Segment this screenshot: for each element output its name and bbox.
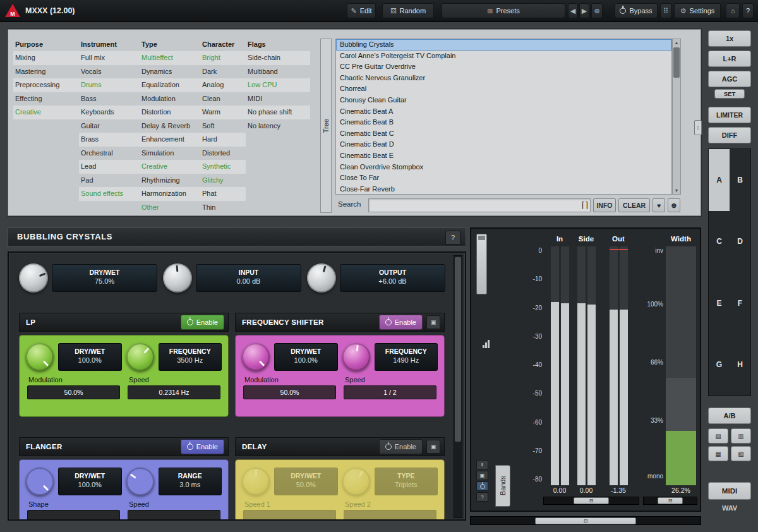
tag-item[interactable]: Analog (200, 78, 246, 92)
ab-compare-button[interactable]: A/B (708, 408, 751, 424)
pause-button[interactable]: ‖ (476, 460, 488, 469)
preset-item[interactable]: Bubbling Crystals (336, 39, 671, 51)
preset-slot-f[interactable]: F (730, 272, 750, 334)
enable-button[interactable]: Enable (379, 315, 423, 330)
input-gain-knob[interactable] (163, 263, 192, 293)
next-preset-button[interactable]: ▶ (579, 3, 589, 18)
output-gain-display[interactable]: OUTPUT+6.00 dB (340, 264, 445, 292)
meter-panel-scrollbar[interactable]: ⊟ (470, 516, 701, 525)
meter-range-slider[interactable] (476, 234, 487, 294)
module-menu-button[interactable]: ▣ (426, 315, 440, 329)
scrollbar-handle[interactable]: ⊟ (574, 497, 609, 504)
bands-tab[interactable]: Bands (495, 465, 510, 507)
preset-slot-g[interactable]: G (709, 334, 730, 396)
drywet-knob[interactable] (242, 468, 270, 495)
preset-item[interactable]: Cinematic Beat E (336, 150, 671, 162)
tag-item[interactable]: Bass (79, 92, 140, 106)
output-gain-knob[interactable] (307, 263, 336, 293)
tag-item[interactable]: Drums (79, 78, 140, 92)
presets-button[interactable]: ⊞Presets (442, 3, 565, 18)
drywet-display[interactable]: DRY/WET100.0% (58, 343, 122, 371)
speed-slider[interactable] (128, 510, 220, 521)
preset-item[interactable]: Cinematic Beat C (336, 128, 671, 140)
midi-button[interactable]: MIDI (708, 482, 751, 500)
tag-item[interactable]: No phase shift (246, 106, 310, 119)
preset-item[interactable]: Cinematic Beat D (336, 139, 671, 150)
tag-item[interactable]: Multieffect (140, 51, 200, 65)
scrollbar-handle[interactable]: ⊟ (658, 497, 683, 504)
tag-item[interactable]: Multiband (246, 65, 310, 79)
home-button[interactable]: ⌂ (726, 3, 740, 18)
info-button[interactable]: INFO (593, 198, 616, 212)
scrollbar-handle[interactable] (673, 47, 680, 78)
module-menu-button[interactable]: ▣ (426, 440, 440, 454)
agc-button[interactable]: AGC (708, 71, 751, 87)
morph-slots-button[interactable]: ▧ (731, 446, 751, 461)
copy-slot-button[interactable]: ▤ (708, 428, 728, 444)
enable-button[interactable]: Enable (181, 439, 224, 454)
tag-item[interactable]: Creative (140, 160, 200, 174)
tag-item[interactable]: Distortion (140, 106, 200, 119)
tag-item[interactable]: Lead (79, 160, 140, 174)
tag-item[interactable]: Preprocessing (13, 78, 79, 92)
tag-item[interactable]: Orchestral (79, 147, 140, 160)
edit-button[interactable]: ✎Edit (347, 3, 376, 18)
paste-slot-button[interactable]: ▥ (731, 428, 751, 444)
frequency-knob[interactable] (342, 343, 370, 371)
preset-list-scrollbar[interactable]: ▲ ▼ (672, 39, 681, 195)
modulation-slider[interactable]: 50.0% (243, 385, 336, 399)
preset-item[interactable]: CC Pre Guitar Overdrive (336, 61, 671, 73)
swap-slots-button[interactable]: ▦ (708, 446, 728, 461)
enable-button[interactable]: Enable (379, 439, 423, 454)
bypass-button[interactable]: Bypass (615, 3, 658, 18)
browser-resize-handle[interactable]: ⠿ (694, 120, 702, 135)
speed-slider[interactable]: 0.2314 Hz (128, 385, 220, 399)
tag-item[interactable]: Delay & Reverb (140, 119, 200, 133)
width-zoom-scrollbar[interactable]: ⊟ (643, 497, 697, 505)
tag-item[interactable]: MIDI (246, 92, 310, 106)
speed2-slider[interactable] (344, 510, 436, 521)
help-button[interactable]: ? (742, 3, 754, 18)
global-drywet-display[interactable]: DRY/WET75.0% (52, 264, 157, 292)
tag-item[interactable]: Hard (200, 133, 246, 147)
settings-button[interactable]: ⚙Settings (674, 3, 721, 18)
drywet-knob[interactable] (26, 343, 54, 371)
drywet-knob[interactable] (242, 343, 270, 371)
tag-item[interactable]: Pad (79, 174, 140, 188)
width-readout[interactable]: 26.2% (661, 487, 701, 494)
tag-item[interactable]: Dynamics (140, 65, 200, 79)
wav-label[interactable]: WAV (708, 504, 751, 512)
channel-mode-button[interactable]: L+R (708, 51, 751, 67)
scroll-down-icon[interactable]: ▼ (673, 188, 680, 193)
tag-item[interactable]: Simulation (140, 147, 200, 160)
preset-item[interactable]: Close-Far Reverb (336, 184, 671, 195)
preset-item[interactable]: Cinematic Beat A (336, 106, 671, 118)
tag-item[interactable]: Keyboards (79, 106, 140, 119)
side-readout[interactable]: 0.00 (568, 487, 604, 494)
preset-item[interactable]: Chaotic Nervous Granulizer (336, 73, 671, 84)
oversampling-button[interactable]: 1x (708, 30, 751, 47)
tag-item[interactable]: Equalization (140, 78, 200, 92)
drywet-knob[interactable] (26, 468, 54, 495)
previous-preset-button[interactable]: ◀ (568, 3, 578, 18)
tag-item[interactable]: Glitchy (200, 174, 246, 188)
tag-item[interactable]: Warm (200, 106, 246, 119)
tag-item[interactable]: Vocals (79, 65, 140, 79)
tag-item[interactable]: Brass (79, 133, 140, 147)
online-presets-button[interactable]: ⊕ (668, 198, 680, 212)
random-button[interactable]: ⚄Random (382, 3, 434, 18)
tag-item[interactable]: Synthetic (200, 160, 246, 174)
frequency-knob[interactable] (126, 343, 154, 371)
tag-item[interactable]: Side-chain (246, 51, 310, 65)
preset-slot-b[interactable]: B (730, 149, 750, 211)
global-drywet-knob[interactable] (19, 263, 48, 293)
shape-slider[interactable] (27, 510, 120, 521)
preset-item[interactable]: Close To Far (336, 172, 671, 184)
preset-slot-h[interactable]: H (730, 334, 750, 396)
tag-item[interactable]: No latency (246, 119, 310, 133)
routing-button[interactable]: ⠿ (660, 3, 671, 18)
analyzer-icon[interactable] (483, 339, 494, 348)
preset-slot-e[interactable]: E (709, 272, 730, 334)
drywet-display[interactable]: DRY/WET50.0% (274, 468, 338, 495)
agc-set-button[interactable]: SET (714, 89, 745, 99)
